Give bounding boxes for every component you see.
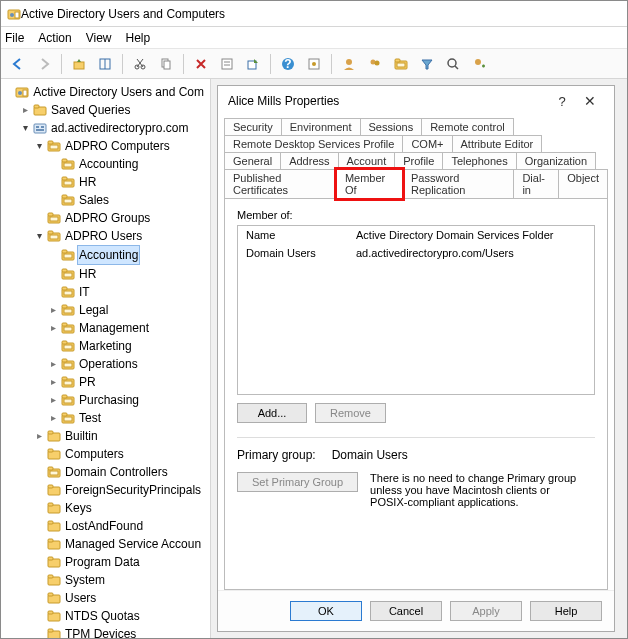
find-icon[interactable]: [442, 53, 464, 75]
tree-label[interactable]: ADPRO Users: [63, 227, 144, 245]
tree-node[interactable]: Users: [33, 589, 210, 607]
help-icon[interactable]: ?: [277, 53, 299, 75]
tree-label[interactable]: HR: [77, 173, 98, 191]
tree-label[interactable]: Users: [63, 589, 98, 607]
tree-node[interactable]: Program Data: [33, 553, 210, 571]
expand-arrow[interactable]: [47, 301, 59, 319]
tree-label[interactable]: NTDS Quotas: [63, 607, 142, 625]
tree-label[interactable]: Domain Controllers: [63, 463, 170, 481]
tab-password-replication[interactable]: Password Replication: [402, 169, 514, 199]
apply-button[interactable]: Apply: [450, 601, 522, 621]
expand-arrow[interactable]: [47, 409, 59, 427]
tree-label[interactable]: Accounting: [77, 155, 140, 173]
member-of-list[interactable]: Name Active Directory Domain Services Fo…: [237, 225, 595, 395]
tree-node[interactable]: Accounting: [47, 155, 210, 173]
copy-icon[interactable]: [155, 53, 177, 75]
tree-label[interactable]: Management: [77, 319, 151, 337]
tree-label[interactable]: PR: [77, 373, 98, 391]
tree-node[interactable]: ADPRO Groups: [33, 209, 210, 227]
tree-node[interactable]: Marketing: [47, 337, 210, 355]
tree-label[interactable]: HR: [77, 265, 98, 283]
menu-action[interactable]: Action: [38, 31, 71, 45]
tree-label[interactable]: LostAndFound: [63, 517, 145, 535]
group-icon[interactable]: [364, 53, 386, 75]
tab-profile[interactable]: Profile: [394, 152, 443, 169]
tab-telephones[interactable]: Telephones: [442, 152, 516, 169]
tree-label[interactable]: Program Data: [63, 553, 142, 571]
tree-node[interactable]: HR: [47, 173, 210, 191]
tree-node[interactable]: Builtin: [33, 427, 210, 445]
tree-node[interactable]: Keys: [33, 499, 210, 517]
up-icon[interactable]: [68, 53, 90, 75]
back-icon[interactable]: [7, 53, 29, 75]
tree-label[interactable]: ForeignSecurityPrincipals: [63, 481, 203, 499]
tree-node[interactable]: ForeignSecurityPrincipals: [33, 481, 210, 499]
tree-label[interactable]: Managed Service Accoun: [63, 535, 203, 553]
add-button[interactable]: Add...: [237, 403, 307, 423]
tree-root[interactable]: Active Directory Users and Com: [5, 83, 210, 101]
tab-object[interactable]: Object: [558, 169, 608, 199]
ou-icon[interactable]: [390, 53, 412, 75]
expand-arrow[interactable]: [47, 355, 59, 373]
tree-node[interactable]: TPM Devices: [33, 625, 210, 638]
menu-help[interactable]: Help: [126, 31, 151, 45]
tab-account[interactable]: Account: [338, 152, 396, 169]
expand-arrow[interactable]: [33, 227, 45, 245]
tree-label[interactable]: Keys: [63, 499, 94, 517]
tree-node[interactable]: System: [33, 571, 210, 589]
tab-dial-in[interactable]: Dial-in: [513, 169, 559, 199]
tab-general[interactable]: General: [224, 152, 281, 169]
forward-icon[interactable]: [33, 53, 55, 75]
menu-file[interactable]: File: [5, 31, 24, 45]
properties-icon[interactable]: [216, 53, 238, 75]
tree-node[interactable]: Saved Queries: [19, 101, 210, 119]
tree-node[interactable]: PR: [47, 373, 210, 391]
tree-node[interactable]: IT: [47, 283, 210, 301]
tree-node[interactable]: Managed Service Accoun: [33, 535, 210, 553]
tree-label[interactable]: Test: [77, 409, 103, 427]
remove-button[interactable]: Remove: [315, 403, 386, 423]
user-icon[interactable]: [338, 53, 360, 75]
action-icon[interactable]: [303, 53, 325, 75]
tree-label[interactable]: Operations: [77, 355, 140, 373]
show-hide-icon[interactable]: [94, 53, 116, 75]
tab-sessions[interactable]: Sessions: [360, 118, 423, 135]
tab-organization[interactable]: Organization: [516, 152, 596, 169]
tree-label[interactable]: IT: [77, 283, 92, 301]
tab-member-of[interactable]: Member Of: [336, 169, 403, 199]
tab-remote-control[interactable]: Remote control: [421, 118, 514, 135]
tab-attribute-editor[interactable]: Attribute Editor: [452, 135, 543, 152]
expand-arrow[interactable]: [47, 373, 59, 391]
expand-arrow[interactable]: [19, 119, 31, 137]
tree-label[interactable]: System: [63, 571, 107, 589]
tree-label[interactable]: Purchasing: [77, 391, 141, 409]
menu-view[interactable]: View: [86, 31, 112, 45]
tree-node[interactable]: NTDS Quotas: [33, 607, 210, 625]
tree-node[interactable]: LostAndFound: [33, 517, 210, 535]
tree-node[interactable]: ad.activedirectorypro.com: [19, 119, 210, 137]
tab-environment[interactable]: Environment: [281, 118, 361, 135]
tree-node[interactable]: Purchasing: [47, 391, 210, 409]
tree-node[interactable]: Accounting: [47, 245, 210, 265]
tab-address[interactable]: Address: [280, 152, 338, 169]
tree-label[interactable]: ADPRO Computers: [63, 137, 172, 155]
filter-icon[interactable]: [416, 53, 438, 75]
ok-button[interactable]: OK: [290, 601, 362, 621]
dialog-close-icon[interactable]: ✕: [576, 93, 604, 109]
tree-node[interactable]: HR: [47, 265, 210, 283]
cut-icon[interactable]: [129, 53, 151, 75]
tree-label[interactable]: Marketing: [77, 337, 134, 355]
tree-label[interactable]: TPM Devices: [63, 625, 138, 638]
tree-node[interactable]: Test: [47, 409, 210, 427]
tree-node[interactable]: ADPRO Computers: [33, 137, 210, 155]
expand-arrow[interactable]: [47, 391, 59, 409]
expand-arrow[interactable]: [19, 101, 31, 119]
export-icon[interactable]: [242, 53, 264, 75]
tree-node[interactable]: Operations: [47, 355, 210, 373]
tree-label[interactable]: Builtin: [63, 427, 100, 445]
tree-label[interactable]: Accounting: [77, 245, 140, 265]
tab-remote-desktop-services-profile[interactable]: Remote Desktop Services Profile: [224, 135, 403, 152]
help-button[interactable]: Help: [530, 601, 602, 621]
set-primary-group-button[interactable]: Set Primary Group: [237, 472, 358, 492]
tree-node[interactable]: ADPRO Users: [33, 227, 210, 245]
